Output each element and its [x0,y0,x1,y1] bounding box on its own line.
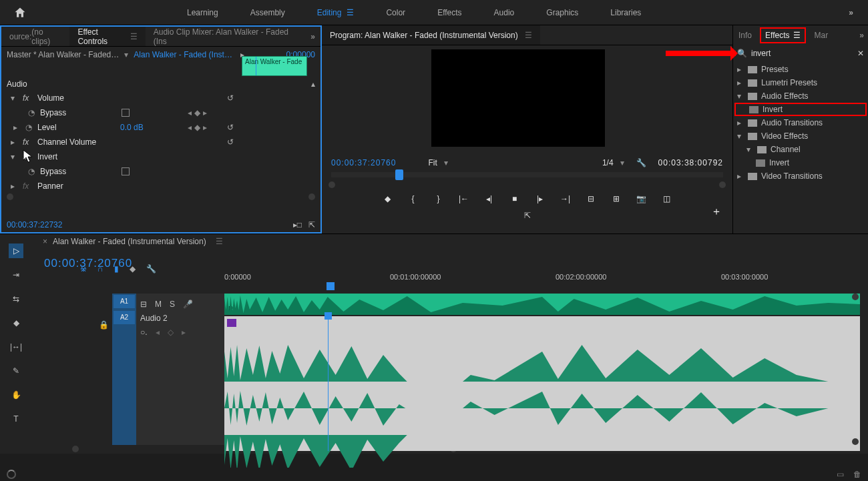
go-to-in-icon[interactable]: |← [459,194,469,203]
marker-icon[interactable]: ▮ [114,264,119,274]
folder-channel[interactable]: ▾Channel [733,143,868,156]
bracket-in-icon[interactable]: { [408,194,419,203]
reset-icon[interactable]: ↺ [227,123,234,132]
folder-audio-transitions[interactable]: ▸Audio Transitions [733,116,868,129]
view-mode-icon[interactable]: ▭ [837,470,844,479]
timeline-ruler[interactable]: 0:00000 00:01:00:00000 00:02:00:00000 00… [224,273,860,286]
folder-presets[interactable]: ▸Presets [733,63,868,76]
vertical-scrollbar[interactable] [852,294,860,445]
reset-icon[interactable]: ↺ [227,137,234,147]
compare-icon[interactable]: ◫ [662,194,672,203]
toggle-track-output-icon[interactable]: ⊟ [140,300,147,309]
pin-icon[interactable]: ▴ [311,79,315,89]
export-icon[interactable]: ⇱ [308,220,315,229]
next-keyframe-icon[interactable]: ▸ [182,328,186,337]
patch-a1[interactable]: A1 [114,295,135,308]
stopwatch-icon[interactable]: ◔ [28,167,35,176]
tab-learning[interactable]: Learning [187,8,218,17]
tab-color[interactable]: Color [386,8,405,17]
sequence-name[interactable]: Alan Walker - Faded (Instrumental Versio… [53,237,206,246]
audio-clip-a1[interactable]: R [224,294,860,315]
stopwatch-icon[interactable]: ◔ [25,123,32,132]
twirl-right-icon[interactable]: ▸ [13,123,20,132]
ec-horizontal-scroll[interactable] [1,193,320,200]
lock-icon[interactable]: 🔒 [99,320,109,330]
tab-graphics[interactable]: Graphics [546,8,578,17]
fx-invert[interactable]: ▾ fx Invert [1,149,320,164]
mute-button[interactable]: M [155,300,162,309]
hamburger-icon[interactable]: ☰ [130,32,138,41]
fx-channel-volume[interactable]: ▸ fx Channel Volume ↺ [1,135,320,149]
add-button-icon[interactable]: ＋ [711,205,722,219]
lift-icon[interactable]: ⊟ [586,194,596,203]
step-fwd-icon[interactable]: |▸ [535,194,546,203]
twirl-right-icon[interactable]: ▸ [11,137,17,147]
hand-tool-icon[interactable]: ✋ [9,388,23,402]
tab-effects[interactable]: Effects☰ [760,27,806,43]
trash-icon[interactable]: 🗑 [853,470,861,479]
tab-effects[interactable]: Effects [437,8,461,17]
mini-clip[interactable]: Alan Walker - Fade [242,56,307,76]
scroll-handle[interactable] [7,193,13,200]
type-tool-icon[interactable]: T [9,412,23,426]
wrench-icon[interactable]: 🔧 [146,264,156,274]
timeline-playhead-marker[interactable] [327,282,335,290]
go-to-out-icon[interactable]: →| [560,194,571,203]
zoom-fit-label[interactable]: Fit [428,158,437,167]
bypass-checkbox[interactable] [122,167,130,175]
keyframe-nav[interactable]: ◂◆▸ [188,108,207,117]
keyframe-mode-icon[interactable]: ○. [140,328,148,337]
ripple-edit-icon[interactable]: ⇆ [9,292,23,306]
fx-volume-level[interactable]: ▸ ◔ Level 0.0 dB ◂◆▸ ↺ [1,120,320,135]
hamburger-icon[interactable]: ☰ [347,8,354,17]
chevron-down-icon[interactable]: ▾ [124,50,128,59]
tab-assembly[interactable]: Assembly [250,8,285,17]
selection-tool-icon[interactable]: ▷ [9,244,23,258]
overflow-icon[interactable]: » [849,8,855,17]
patch-a2[interactable]: A2 [114,311,135,324]
tab-markers[interactable]: Mar [814,31,828,40]
wrench-icon[interactable]: 🔧 [636,158,646,167]
tab-info[interactable]: Info [738,31,752,40]
twirl-right-icon[interactable]: ▸ [11,181,17,191]
extract-icon[interactable]: ⊞ [611,194,622,203]
pen-tool-icon[interactable]: ✎ [9,364,23,378]
track-select-icon[interactable]: ⇥ [9,268,23,282]
tab-audio[interactable]: Audio [494,8,515,17]
tab-effect-controls[interactable]: Effect Controls☰ [69,27,145,46]
scroll-handle[interactable] [852,294,859,300]
footer-timecode[interactable]: 00:00:37:22732 [7,220,62,229]
track-title[interactable]: Audio 2 [140,314,220,323]
settings-icon[interactable]: ◆ [130,264,136,274]
home-icon[interactable] [13,6,27,19]
bracket-out-icon[interactable]: } [433,194,444,203]
scroll-handle[interactable] [329,181,335,188]
razor-tool-icon[interactable]: ◆ [9,316,23,330]
scroll-handle[interactable] [308,193,315,200]
fx-panner[interactable]: ▸ fx Panner [1,179,320,193]
slip-tool-icon[interactable]: |↔| [9,340,23,354]
camera-icon[interactable]: 📷 [636,194,647,203]
overflow-icon[interactable]: » [305,32,320,41]
folder-video-transitions[interactable]: ▸Video Transitions [733,169,868,183]
stopwatch-icon[interactable]: ◔ [28,108,35,117]
scroll-handle[interactable] [852,438,859,445]
hamburger-icon[interactable]: ☰ [525,31,532,40]
tab-editing[interactable]: Editing☰ [317,8,355,17]
stop-icon[interactable]: ■ [509,194,520,203]
fx-volume[interactable]: ▾ fx Volume ↺ [1,91,320,105]
twirl-down-icon[interactable]: ▾ [11,93,17,103]
fx-volume-bypass[interactable]: ◔ Bypass ◂◆▸ [1,105,320,120]
clear-search-icon[interactable]: ✕ [857,49,864,58]
hamburger-icon[interactable]: ☰ [216,237,223,246]
add-keyframe-icon[interactable]: ◇ [168,328,174,337]
tab-libraries[interactable]: Libraries [610,8,641,17]
tab-source[interactable]: ource: (no clips) [1,27,69,46]
mic-icon[interactable]: 🎤 [183,300,193,309]
tab-program[interactable]: Program: Alan Walker - Faded (Instrument… [322,25,540,45]
prev-keyframe-icon[interactable]: ◂ [156,328,160,337]
keyframe-nav[interactable]: ◂◆▸ [188,123,207,132]
chevron-down-icon[interactable]: ▾ [444,158,448,167]
effect-invert-audio[interactable]: Invert [734,103,867,116]
tab-audio-clip-mixer[interactable]: Audio Clip Mixer: Alan Walker - Faded (I… [146,27,306,46]
